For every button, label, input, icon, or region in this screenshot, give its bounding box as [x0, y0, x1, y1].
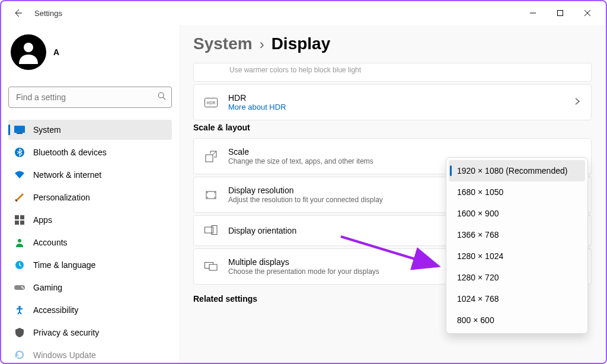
minimize-button[interactable]	[519, 4, 547, 23]
maximize-button[interactable]	[547, 4, 574, 23]
profile-name: A	[53, 47, 59, 57]
resolution-icon	[205, 189, 218, 202]
chevron-right-icon: ›	[260, 36, 264, 53]
system-icon	[14, 124, 25, 135]
sidebar-item-network[interactable]: Network & internet	[8, 165, 172, 185]
svg-point-5	[158, 92, 164, 98]
resolution-option[interactable]: 1600 × 900	[449, 203, 585, 224]
personalization-icon	[14, 192, 25, 203]
sidebar-item-label: System	[33, 125, 61, 135]
search-input[interactable]	[8, 87, 172, 108]
apps-icon	[14, 215, 25, 225]
resolution-option[interactable]: 1280 × 720	[449, 267, 585, 288]
gaming-icon	[14, 282, 25, 293]
sidebar-item-accounts[interactable]: Accounts	[8, 232, 172, 253]
resolution-option[interactable]: 800 × 600	[449, 309, 585, 331]
svg-point-18	[21, 286, 23, 288]
hdr-link[interactable]: More about HDR	[228, 103, 564, 111]
sidebar-item-label: Gaming	[33, 283, 62, 292]
sidebar-item-gaming[interactable]: Gaming	[8, 277, 172, 298]
scale-label: Scale	[228, 147, 580, 157]
breadcrumb: System › Display	[193, 34, 592, 53]
svg-point-20	[18, 306, 21, 308]
sidebar: A System Bluetooth & devices Network & i…	[1, 25, 179, 363]
window-title: Settings	[34, 9, 62, 18]
close-button[interactable]	[574, 4, 601, 23]
resolution-option[interactable]: 1024 × 768	[449, 288, 585, 309]
svg-rect-23	[206, 155, 213, 162]
titlebar: Settings	[1, 1, 606, 25]
breadcrumb-parent[interactable]: System	[193, 34, 253, 53]
svg-rect-14	[20, 221, 24, 225]
svg-point-4	[24, 43, 33, 52]
network-icon	[14, 170, 25, 180]
sidebar-item-personalization[interactable]: Personalization	[8, 187, 172, 207]
sidebar-item-label: Apps	[33, 215, 52, 225]
avatar	[11, 34, 46, 70]
search-box	[8, 87, 172, 108]
svg-rect-28	[209, 264, 217, 270]
sidebar-item-time[interactable]: Time & language	[8, 255, 172, 275]
svg-rect-12	[20, 215, 24, 219]
accounts-icon	[14, 237, 25, 248]
night-light-card-partial[interactable]: Use warmer colors to help block blue lig…	[193, 63, 592, 82]
night-light-desc: Use warmer colors to help block blue lig…	[229, 66, 361, 74]
scale-icon	[205, 150, 218, 163]
resolution-option[interactable]: 1920 × 1080 (Recommended)	[449, 160, 585, 181]
profile[interactable]: A	[8, 30, 172, 75]
svg-point-15	[18, 239, 21, 242]
resolution-option[interactable]: 1280 × 1024	[449, 245, 585, 267]
sidebar-item-bluetooth[interactable]: Bluetooth & devices	[8, 142, 172, 162]
sidebar-item-label: Privacy & security	[33, 328, 99, 337]
multiple-displays-icon	[205, 260, 218, 273]
sidebar-item-update[interactable]: Windows Update	[8, 345, 172, 364]
resolution-option[interactable]: 1680 × 1050	[449, 181, 585, 203]
sidebar-item-accessibility[interactable]: Accessibility	[8, 300, 172, 320]
scale-layout-heading: Scale & layout	[193, 123, 592, 132]
sidebar-item-label: Time & language	[33, 260, 95, 270]
chevron-right-icon	[574, 97, 580, 108]
privacy-icon	[14, 327, 25, 338]
search-icon	[158, 92, 166, 103]
sidebar-item-label: Bluetooth & devices	[33, 148, 107, 157]
sidebar-item-label: Windows Update	[33, 350, 96, 360]
svg-rect-1	[558, 11, 563, 16]
bluetooth-icon	[14, 147, 25, 158]
update-icon	[14, 350, 25, 360]
hdr-icon: HDR	[205, 96, 218, 109]
back-button[interactable]	[11, 6, 25, 20]
sidebar-item-label: Network & internet	[33, 170, 101, 180]
sidebar-item-privacy[interactable]: Privacy & security	[8, 323, 172, 343]
resolution-dropdown[interactable]: 1920 × 1080 (Recommended) 1680 × 1050 16…	[446, 157, 588, 334]
svg-line-6	[163, 97, 165, 100]
svg-rect-13	[15, 221, 19, 225]
svg-rect-11	[15, 215, 19, 219]
sidebar-item-label: Accessibility	[33, 305, 78, 315]
time-icon	[14, 260, 25, 270]
svg-point-19	[23, 288, 24, 289]
svg-rect-7	[14, 126, 25, 133]
window-controls	[519, 4, 601, 23]
svg-rect-8	[17, 133, 23, 134]
hdr-label: HDR	[228, 93, 564, 103]
accessibility-icon	[14, 305, 25, 315]
orientation-icon	[205, 224, 218, 237]
sidebar-item-label: Personalization	[33, 193, 90, 202]
main-content: System › Display Use warmer colors to he…	[179, 25, 606, 363]
sidebar-item-system[interactable]: System	[8, 120, 172, 140]
hdr-card[interactable]: HDR HDR More about HDR	[193, 84, 592, 120]
breadcrumb-current: Display	[271, 34, 331, 53]
svg-text:HDR: HDR	[206, 101, 215, 105]
sidebar-item-label: Accounts	[33, 238, 68, 247]
resolution-option[interactable]: 1366 × 768	[449, 224, 585, 245]
sidebar-item-apps[interactable]: Apps	[8, 210, 172, 230]
